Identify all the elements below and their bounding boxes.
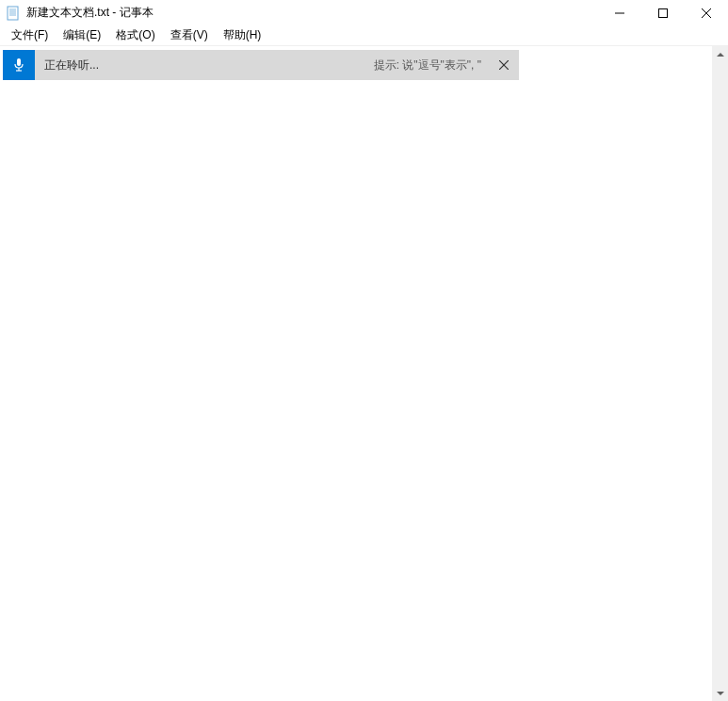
notepad-icon (6, 6, 21, 21)
window-controls (598, 0, 728, 25)
dictation-status-text: 正在聆听... (35, 57, 374, 73)
menu-help[interactable]: 帮助(H) (216, 25, 269, 45)
content-area: 正在聆听... 提示: 说"逗号"表示", " (0, 46, 728, 701)
svg-rect-9 (17, 58, 21, 66)
window-title: 新建文本文档.txt - 记事本 (26, 5, 154, 21)
maximize-button[interactable] (641, 0, 685, 25)
menu-edit[interactable]: 编辑(E) (56, 25, 108, 45)
scrollbar-up-arrow[interactable] (712, 46, 728, 62)
menu-format[interactable]: 格式(O) (108, 25, 162, 45)
close-button[interactable] (685, 0, 728, 25)
scrollbar-down-arrow[interactable] (712, 685, 728, 701)
dictation-close-button[interactable] (489, 50, 519, 80)
dictation-bar: 正在聆听... 提示: 说"逗号"表示", " (3, 50, 519, 80)
menu-file[interactable]: 文件(F) (4, 25, 56, 45)
titlebar: 新建文本文档.txt - 记事本 (0, 0, 728, 25)
microphone-button[interactable] (3, 50, 35, 80)
dictation-hint-text: 提示: 说"逗号"表示", " (374, 57, 489, 73)
minimize-button[interactable] (598, 0, 641, 25)
svg-rect-6 (659, 8, 668, 17)
vertical-scrollbar[interactable] (712, 46, 728, 701)
text-editor[interactable]: 正在聆听... 提示: 说"逗号"表示", " (0, 46, 712, 701)
menu-view[interactable]: 查看(V) (163, 25, 216, 45)
menubar: 文件(F) 编辑(E) 格式(O) 查看(V) 帮助(H) (0, 25, 728, 46)
